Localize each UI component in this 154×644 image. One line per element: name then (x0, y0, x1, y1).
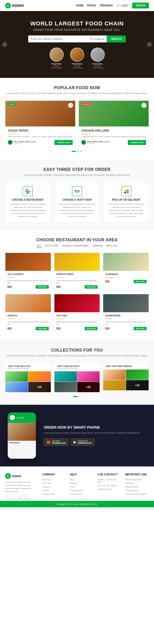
phone-food-img (8, 423, 36, 441)
dish-img (50, 48, 64, 62)
rest-card-2: FRENCH FRIES ★★★★ Lorem ipsum dolor sit … (54, 253, 100, 291)
coll-imgs-3: +15 (103, 370, 149, 390)
social-icons: f t in p (5, 496, 38, 501)
link-privacy2[interactable]: Privacy Policy (70, 489, 94, 492)
link-christmas[interactable]: Christmas The Network (125, 493, 149, 495)
restaurant-section-title: CHOOSE RESTAURANT IN YOUR AREA (5, 238, 149, 242)
search-button[interactable]: SEARCH (107, 35, 126, 42)
link-capstone[interactable]: Capstone (125, 482, 149, 484)
heart-btn-2[interactable]: ♡ 2 (141, 103, 147, 108)
food-card-footer-1: WILD WINGS GRILL & BA... & Jamaica ORDER… (8, 140, 73, 145)
link-terms[interactable]: Terms (70, 486, 94, 488)
add-btn-2[interactable]: ADD NOW (85, 285, 98, 289)
rest-body-1: SOY CHORIZO ★★★★ Lorem ipsum dolor sit a… (5, 271, 51, 291)
app-content: ORDER NOW BY SMART PHONE Lorem ipsum dol… (44, 425, 140, 446)
filter-shakes[interactable]: SHAKES & SMOOTHIES (62, 244, 89, 248)
step-title-1: CHOOSE A RESTAURANT (8, 198, 47, 201)
nav-trending[interactable]: TRENDING (100, 4, 113, 7)
linkedin-icon[interactable]: in (18, 496, 23, 501)
rest-img-6 (103, 294, 149, 312)
rest-body-4: DONUTS ★★★★ Lorem ipsum dolor sit amet c… (5, 312, 51, 332)
rest-card-3: SANDWICH ★★★★★ $15 ADD NOW (103, 253, 149, 291)
filter-fastfood[interactable]: FAST FOOD (45, 244, 59, 248)
footer-top: G nowo Lorem ipsum dolor sit amet, conse… (5, 473, 149, 501)
link-team[interactable]: Our Team (42, 482, 66, 484)
footer-logo-icon: G (5, 473, 11, 479)
search-input[interactable] (28, 35, 87, 42)
coll-dot-active[interactable] (73, 396, 78, 397)
add-btn-1[interactable]: ADD NOW (36, 285, 49, 289)
link-faq[interactable]: FAQ (70, 479, 94, 481)
link-aboutus[interactable]: About Us (42, 479, 66, 481)
link-proprec[interactable]: Prop Security (70, 493, 94, 495)
contact-email[interactable]: info@nowo.com (98, 488, 121, 490)
coll-img-2c (54, 382, 77, 392)
step-icon-3: 🚚 (121, 186, 131, 196)
add-btn-5[interactable]: ADD NOW (85, 327, 98, 330)
important-links: Online Restaurant Capstone Social Awards… (125, 479, 149, 495)
hero-dish-1[interactable]: Food Dish ★★★★ 4.0 (07 Reviews) (50, 48, 64, 69)
filter-all[interactable]: ALL (37, 244, 41, 248)
heart-btn-1[interactable]: ♡ 2 (68, 103, 73, 108)
cart-icon[interactable]: 🛒 CART (117, 4, 129, 7)
next-arrow[interactable]: › (147, 42, 152, 47)
filter-healthy[interactable]: HEALTHY (107, 244, 117, 248)
add-btn-4[interactable]: ADD NOW (36, 327, 49, 330)
locate-me-btn[interactable]: 📍 Locate me (87, 38, 107, 40)
nav-pages[interactable]: PAGES (87, 4, 96, 7)
order-btn-1[interactable]: ORDER NOW (54, 140, 73, 145)
dish-img (70, 48, 84, 62)
rest-footer-1: $15 ADD NOW (7, 285, 49, 289)
rest-title-3: SANDWICH (105, 273, 147, 275)
phone-frame: Hi, Elipse Cafe Baskar (8, 412, 36, 459)
dot-2[interactable] (80, 151, 82, 152)
collection-dots (5, 396, 149, 397)
collections-section: COLLECTIONS FOR YOU Lorem ipsum dolor si… (0, 340, 154, 405)
android-icon: ▶ (74, 440, 76, 444)
food-card-title-1: STEAK FRITES (8, 129, 73, 132)
dot-active[interactable] (72, 151, 76, 152)
coll-title-bar-3: DIET FOR TWO WEEKS (103, 363, 149, 370)
link-email[interactable]: Email address (125, 489, 149, 492)
app-section: Hi, Elipse Cafe Baskar ORDER NOW BY SMAR… (0, 405, 154, 466)
navbar: G nowo HOME PAGES TRENDING 🛒 CART SIGN I… (0, 0, 154, 11)
steps-subtitle: Lorem ipsum dolor sit amet, consectetur … (5, 173, 149, 177)
hero-dish-3[interactable]: Food Dish ★★★★ 4.0 (07 Reviews) (91, 48, 105, 69)
android-download-btn[interactable]: ▶ Google Play DOWNLOAD (71, 438, 94, 446)
add-btn-3[interactable]: ADD NOW (134, 280, 147, 283)
ios-download-btn[interactable]: 🍎 App Store DOWNLOAD (44, 438, 69, 446)
phone-avatar (10, 415, 15, 420)
nav-home[interactable]: HOME (76, 4, 84, 7)
step-2: 🍽 CHOOSE A TASTY DISH Lorem ipsum dolor … (54, 182, 100, 222)
footer-col-links: IMPORTANT LINK Online Restaurant Capston… (125, 473, 149, 501)
help-links: FAQ Support Terms Privacy Policy Prop Se… (70, 479, 94, 495)
filter-chinese[interactable]: CHINESE (92, 244, 103, 248)
link-contact[interactable]: Contact (42, 489, 66, 492)
link-restaurant[interactable]: Online Restaurant (125, 479, 149, 481)
facebook-icon[interactable]: f (5, 496, 10, 501)
phone-label: Cafe Baskar (8, 441, 36, 445)
logo-text: nowo (12, 3, 24, 8)
add-btn-6[interactable]: ADD NOW (134, 327, 147, 330)
collections-subtitle: Lorem ipsum dolor sit amet, consectetur … (5, 354, 149, 358)
prev-arrow[interactable]: ‹ (2, 42, 7, 47)
hero-dish-2[interactable]: Food Dish ★★★★ 4.0 (07 Reviews) (70, 48, 84, 69)
dot-1[interactable] (77, 151, 79, 152)
step-3: 🚚 PICK UP OR DELIVERY Lorem ipsum dolor … (103, 182, 149, 222)
link-privacy[interactable]: Privacy Policy (42, 493, 66, 495)
rest-img-2 (54, 253, 100, 271)
coll-dot-1[interactable] (79, 396, 81, 397)
pinterest-icon[interactable]: p (24, 496, 30, 501)
hero-dishes: Food Dish ★★★★ 4.0 (07 Reviews) Food Dis… (28, 48, 126, 69)
link-careers[interactable]: Careers (42, 486, 66, 488)
signin-button[interactable]: SIGN IN (132, 3, 149, 8)
link-awards[interactable]: Social Awards (125, 486, 149, 488)
twitter-icon[interactable]: t (12, 496, 17, 501)
link-support[interactable]: Support (70, 482, 94, 484)
coll-img-2a (54, 371, 77, 382)
order-btn-2[interactable]: ORDER NOW (128, 140, 146, 145)
food-card-body-1: STEAK FRITES ★★★★★ Flatbread with tomato… (5, 126, 75, 148)
rest-footer-3: $15 ADD NOW (105, 280, 147, 283)
collection-1: JUST FOR HEALTHY Lorem collect ion test … (5, 363, 51, 392)
app-buttons: 🍎 App Store DOWNLOAD ▶ Google Play DOWNL… (44, 438, 140, 446)
